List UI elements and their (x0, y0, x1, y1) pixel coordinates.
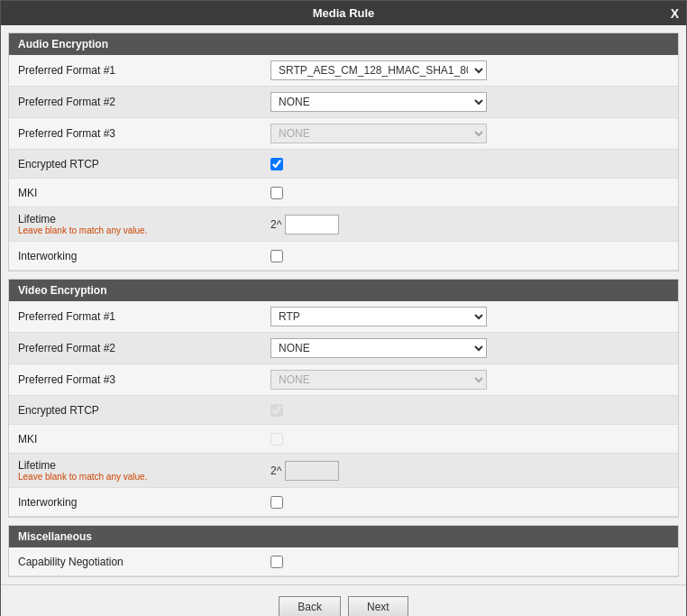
video-lifetime-prefix: 2^ (270, 464, 281, 477)
video-lifetime-row: Lifetime Leave blank to match any value.… (9, 454, 678, 488)
video-encrypted-rtcp-control (270, 404, 669, 417)
audio-encryption-header: Audio Encryption (9, 33, 678, 55)
audio-lifetime-wrapper: 2^ (270, 215, 339, 234)
video-preferred-format-1-control: RTP NONE (270, 307, 669, 326)
audio-encrypted-rtcp-label: Encrypted RTCP (18, 158, 270, 170)
audio-preferred-format-2-control: NONE SRTP_AES_CM_128_HMAC_SHA1_80 (270, 92, 669, 112)
video-preferred-format-2-label: Preferred Format #2 (18, 342, 270, 354)
capability-negotiation-checkbox[interactable] (270, 556, 283, 568)
miscellaneous-form: Capability Negotiation (9, 547, 678, 576)
audio-mki-control (270, 187, 669, 199)
audio-lifetime-label: Lifetime Leave blank to match any value. (18, 213, 270, 235)
audio-preferred-format-1-label: Preferred Format #1 (18, 64, 270, 77)
audio-encrypted-rtcp-row: Encrypted RTCP (9, 150, 678, 179)
window-title: Media Rule (313, 6, 375, 20)
audio-preferred-format-3-row: Preferred Format #3 NONE (9, 118, 678, 150)
audio-encryption-form: Preferred Format #1 SRTP_AES_CM_128_HMAC… (9, 55, 678, 271)
title-bar: Media Rule X (1, 1, 686, 25)
video-mki-row: MKI (9, 425, 678, 454)
video-lifetime-sublabel: Leave blank to match any value. (18, 472, 270, 482)
video-encryption-section: Video Encryption Preferred Format #1 RTP… (8, 279, 679, 518)
video-lifetime-input[interactable] (285, 461, 339, 481)
video-interworking-checkbox[interactable] (270, 496, 283, 509)
video-mki-control (270, 433, 669, 446)
audio-preferred-format-3-label: Preferred Format #3 (18, 127, 270, 140)
video-preferred-format-2-control: NONE RTP (270, 338, 669, 358)
video-preferred-format-3-row: Preferred Format #3 NONE (9, 364, 678, 396)
video-mki-label: MKI (18, 433, 270, 446)
video-preferred-format-2-select[interactable]: NONE RTP (270, 338, 487, 358)
audio-preferred-format-1-select[interactable]: SRTP_AES_CM_128_HMAC_SHA1_80 NONE (270, 60, 487, 80)
audio-preferred-format-2-label: Preferred Format #2 (18, 96, 270, 108)
video-encrypted-rtcp-label: Encrypted RTCP (18, 404, 270, 417)
video-encryption-header: Video Encryption (9, 280, 678, 301)
audio-encryption-section: Audio Encryption Preferred Format #1 SRT… (8, 32, 679, 271)
video-encrypted-rtcp-row: Encrypted RTCP (9, 396, 678, 425)
video-preferred-format-1-label: Preferred Format #1 (18, 310, 270, 323)
audio-lifetime-row: Lifetime Leave blank to match any value.… (9, 207, 678, 242)
video-interworking-control (270, 496, 669, 509)
back-button[interactable]: Back (279, 596, 341, 616)
video-preferred-format-3-label: Preferred Format #3 (18, 373, 270, 386)
close-button[interactable]: X (671, 6, 679, 21)
video-preferred-format-1-row: Preferred Format #1 RTP NONE (9, 301, 678, 333)
audio-lifetime-input[interactable] (285, 215, 339, 234)
audio-preferred-format-3-control: NONE (270, 124, 669, 143)
audio-mki-label: MKI (18, 187, 270, 199)
miscellaneous-section: Miscellaneous Capability Negotiation (8, 525, 679, 577)
audio-preferred-format-3-select[interactable]: NONE (270, 124, 487, 143)
audio-preferred-format-2-select[interactable]: NONE SRTP_AES_CM_128_HMAC_SHA1_80 (270, 92, 487, 112)
audio-lifetime-prefix: 2^ (270, 218, 281, 231)
audio-encrypted-rtcp-checkbox[interactable] (270, 158, 283, 170)
audio-preferred-format-1-control: SRTP_AES_CM_128_HMAC_SHA1_80 NONE (270, 60, 669, 80)
audio-mki-row: MKI (9, 179, 678, 207)
video-encrypted-rtcp-checkbox[interactable] (270, 404, 283, 417)
video-lifetime-label: Lifetime Leave blank to match any value. (18, 459, 270, 482)
video-interworking-label: Interworking (18, 496, 270, 509)
audio-preferred-format-2-row: Preferred Format #2 NONE SRTP_AES_CM_128… (9, 87, 678, 118)
miscellaneous-header: Miscellaneous (9, 526, 678, 547)
video-preferred-format-1-select[interactable]: RTP NONE (270, 307, 487, 326)
audio-interworking-label: Interworking (18, 250, 270, 262)
video-encryption-form: Preferred Format #1 RTP NONE Preferred F… (9, 301, 678, 517)
audio-mki-checkbox[interactable] (270, 187, 283, 199)
video-lifetime-control: 2^ (270, 461, 669, 481)
next-button[interactable]: Next (348, 596, 408, 616)
video-lifetime-wrapper: 2^ (270, 461, 339, 481)
audio-interworking-checkbox[interactable] (270, 250, 283, 262)
footer: Back Next (1, 584, 686, 616)
capability-negotiation-control (270, 556, 669, 568)
audio-interworking-row: Interworking (9, 242, 678, 271)
video-preferred-format-3-select[interactable]: NONE (270, 370, 487, 390)
video-interworking-row: Interworking (9, 488, 678, 517)
capability-negotiation-row: Capability Negotiation (9, 547, 678, 576)
video-preferred-format-2-row: Preferred Format #2 NONE RTP (9, 333, 678, 364)
audio-encrypted-rtcp-control (270, 158, 669, 170)
media-rule-window: Media Rule X Audio Encryption Preferred … (0, 0, 687, 616)
audio-interworking-control (270, 250, 669, 262)
capability-negotiation-label: Capability Negotiation (18, 556, 270, 568)
audio-lifetime-control: 2^ (270, 215, 669, 234)
video-mki-checkbox[interactable] (270, 433, 283, 446)
video-preferred-format-3-control: NONE (270, 370, 669, 390)
audio-lifetime-sublabel: Leave blank to match any value. (18, 225, 270, 235)
audio-preferred-format-1-row: Preferred Format #1 SRTP_AES_CM_128_HMAC… (9, 55, 678, 87)
